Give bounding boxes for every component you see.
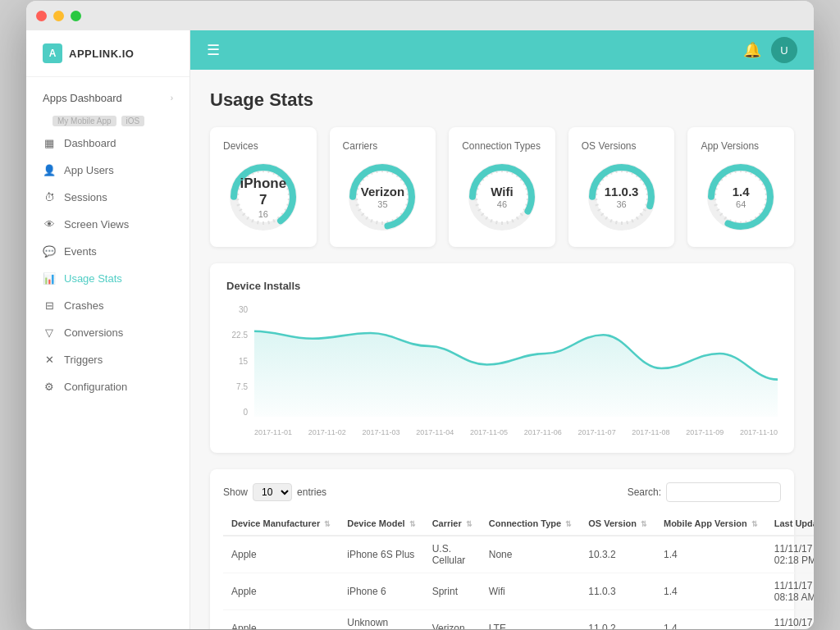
table-column-header[interactable]: Mobile App Version ⇅ — [655, 512, 766, 536]
donut-label: Verizon — [361, 185, 404, 199]
svg-line-113 — [615, 221, 616, 224]
hamburger-icon[interactable]: ☰ — [207, 41, 220, 59]
sidebar-item-conversions[interactable]: ▽ Conversions — [26, 319, 189, 346]
page-title: Usage Stats — [210, 89, 794, 111]
sidebar-item-usage-stats[interactable]: 📊 Usage Stats — [26, 265, 189, 292]
conversions-icon: ▽ — [43, 326, 56, 339]
svg-line-23 — [235, 199, 239, 200]
sub-app-name: My Mobile App — [52, 116, 116, 126]
donut-value: 36 — [605, 199, 639, 209]
close-button[interactable] — [36, 11, 47, 21]
logo: A APPLINK.IO — [26, 30, 189, 77]
table-header-row: Device Manufacturer ⇅Device Model ⇅Carri… — [223, 512, 814, 536]
chart-ylabel: 0 — [226, 408, 251, 417]
table-column-header[interactable]: Device Manufacturer ⇅ — [223, 512, 339, 536]
sidebar-item-configuration[interactable]: ⚙ Configuration — [26, 373, 189, 400]
stat-card-title: OS Versions — [582, 140, 637, 152]
stat-card-os-versions: OS Versions 11.0.3 36 — [568, 127, 675, 247]
table-cell: Sprint — [424, 573, 481, 610]
chart-ylabel: 22.5 — [226, 331, 251, 340]
entries-select[interactable]: 10 25 50 — [253, 483, 292, 501]
sidebar-item-label: Sessions — [64, 191, 107, 203]
sidebar-item-sessions[interactable]: ⏱ Sessions — [26, 184, 189, 211]
sidebar: A APPLINK.IO Apps Dashboard › My Mobile … — [26, 30, 190, 629]
table-cell: Verizon — [424, 610, 481, 630]
table-cell: 11/11/17 at 02:18 PM — [766, 536, 814, 573]
sessions-icon: ⏱ — [43, 191, 56, 203]
table-row: AppleiPhone 6S PlusU.S. CellularNone10.3… — [223, 536, 814, 573]
chart-ylabel: 7.5 — [226, 382, 251, 391]
chart-xlabel: 2017-11-05 — [470, 428, 508, 436]
chart-ylabel: 15 — [226, 357, 251, 366]
sidebar-item-label: Crashes — [64, 299, 103, 312]
show-label: Show — [223, 486, 248, 498]
sidebar-item-crashes[interactable]: ⊟ Crashes — [26, 292, 189, 319]
sidebar-sub-app: My Mobile App iOS — [26, 112, 189, 130]
table-column-header[interactable]: OS Version ⇅ — [580, 512, 655, 536]
events-icon: 💬 — [43, 245, 56, 258]
titlebar — [26, 1, 814, 30]
sidebar-item-dashboard[interactable]: ▦ Dashboard — [26, 130, 189, 157]
svg-line-17 — [258, 221, 258, 224]
table-column-header[interactable]: Carrier ⇅ — [424, 512, 481, 536]
gear-icon: ⚙ — [43, 381, 56, 393]
avatar[interactable]: U — [771, 37, 797, 63]
sidebar-nav: Apps Dashboard › My Mobile App iOS ▦ Das… — [26, 77, 189, 629]
svg-line-150 — [714, 204, 718, 205]
donut-value: 16 — [240, 208, 286, 218]
minimize-button[interactable] — [53, 11, 64, 21]
chart-xaxis: 2017-11-012017-11-022017-11-032017-11-04… — [254, 428, 778, 436]
table-column-header[interactable]: Device Model ⇅ — [339, 512, 423, 536]
entries-label: entries — [297, 486, 326, 498]
sidebar-item-triggers[interactable]: ✕ Triggers — [26, 346, 189, 373]
donut-center: iPhone 7 16 — [240, 176, 286, 219]
chart-xlabel: 2017-11-04 — [416, 428, 454, 436]
svg-line-151 — [713, 199, 716, 200]
sidebar-item-screen-views[interactable]: 👁 Screen Views — [26, 211, 189, 238]
bell-icon[interactable]: 🔔 — [743, 41, 761, 59]
stat-card-connection-types: Connection Types Wifi 46 — [449, 127, 555, 247]
sidebar-item-label: Conversions — [64, 326, 123, 339]
stat-card-app-versions: App Versions 1.4 64 — [687, 127, 794, 247]
logo-text: APPLINK.IO — [69, 48, 134, 60]
chart-xlabel: 2017-11-01 — [254, 428, 292, 436]
donut-chart: 11.0.3 36 — [585, 160, 659, 234]
chart-ylabel: 30 — [226, 305, 251, 314]
table-column-header[interactable]: Last Updated ⇅ — [766, 512, 814, 536]
chart-icon: 📊 — [43, 272, 56, 285]
table-row: AppleUnknown DeviceVerizonLTE11.0.21.411… — [223, 610, 814, 630]
search-input[interactable] — [666, 482, 781, 502]
svg-line-54 — [356, 204, 359, 205]
sidebar-item-app-users[interactable]: 👤 App Users — [26, 157, 189, 184]
donut-chart: Verizon 35 — [345, 160, 419, 234]
stat-card-title: Carriers — [343, 140, 378, 152]
logo-icon: A — [43, 43, 62, 63]
table-cell: iPhone 6S Plus — [339, 536, 423, 573]
donut-value: 46 — [491, 199, 513, 209]
search-label: Search: — [628, 486, 661, 498]
eye-icon: 👁 — [43, 218, 56, 231]
maximize-button[interactable] — [71, 11, 81, 21]
chart-xlabel: 2017-11-02 — [308, 428, 346, 436]
stat-card-carriers: Carriers Verizon 35 — [330, 127, 436, 247]
table-search: Search: — [628, 482, 781, 502]
table-cell: U.S. Cellular — [424, 536, 481, 573]
sidebar-item-label: Screen Views — [64, 218, 129, 231]
donut-chart: iPhone 7 16 — [226, 160, 300, 234]
table-cell: Wifi — [481, 573, 580, 610]
sidebar-item-events[interactable]: 💬 Events — [26, 238, 189, 265]
apps-dashboard-label: Apps Dashboard — [43, 92, 122, 104]
chart-plot — [254, 305, 778, 417]
svg-line-15 — [268, 221, 269, 224]
sidebar-item-apps-dashboard[interactable]: Apps Dashboard › — [26, 84, 189, 112]
content-area: Usage Stats Devices iPhone 7 16 Carriers — [190, 70, 814, 629]
donut-value: 64 — [733, 199, 750, 209]
table-column-header[interactable]: Connection Type ⇅ — [481, 512, 580, 536]
table-cell: 11/10/17 at 03:54 PM — [766, 610, 814, 630]
svg-line-81 — [496, 221, 497, 224]
sort-icon: ⇅ — [409, 520, 416, 528]
donut-center: Wifi 46 — [491, 185, 513, 209]
donut-label: Wifi — [491, 185, 513, 199]
table-cell: 10.3.2 — [580, 536, 655, 573]
donut-center: 11.0.3 36 — [605, 185, 639, 209]
